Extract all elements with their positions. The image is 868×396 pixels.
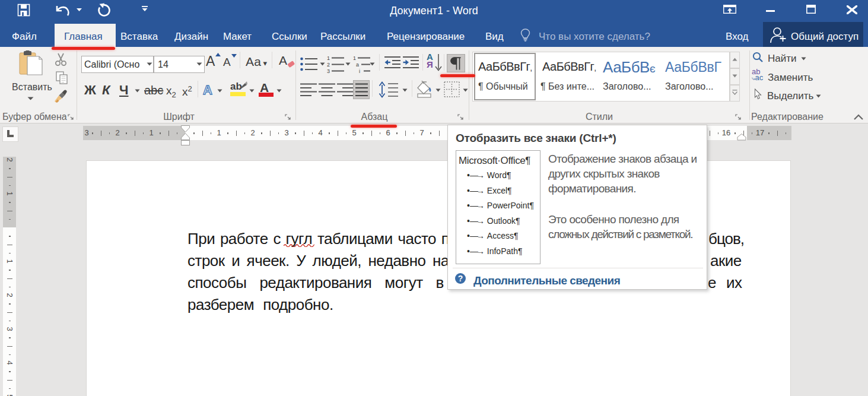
svg-text:1: 1 [327, 55, 330, 61]
svg-text:1: 1 [353, 55, 356, 61]
svg-text:3: 3 [327, 68, 330, 73]
svg-text:i: i [359, 68, 360, 73]
svg-text:a: a [356, 62, 359, 68]
svg-text:2: 2 [327, 62, 330, 68]
